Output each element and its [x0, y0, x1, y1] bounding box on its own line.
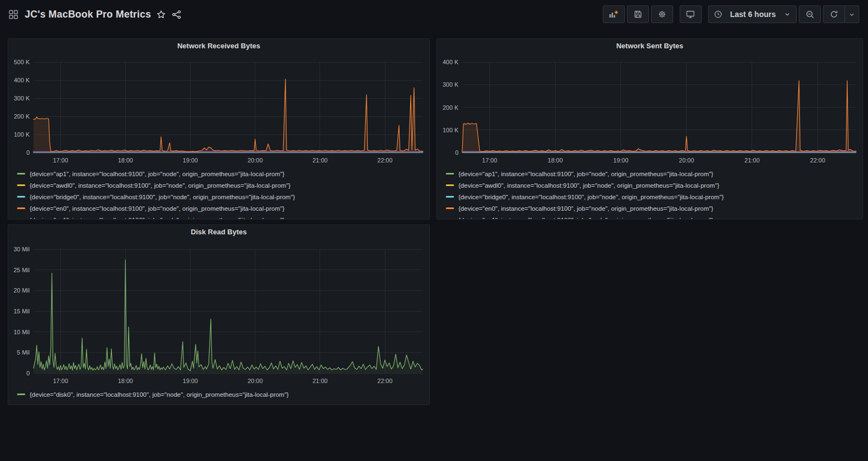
svg-text:200 K: 200 K	[443, 104, 458, 111]
svg-text:25 Mil: 25 Mil	[14, 267, 30, 273]
svg-text:0: 0	[26, 149, 30, 156]
legend-series-swatch-icon	[17, 393, 25, 395]
legend-series-swatch-icon	[446, 196, 454, 198]
refresh-interval-dropdown[interactable]	[845, 5, 859, 23]
svg-text:10 Mil: 10 Mil	[14, 329, 30, 335]
legend-series-swatch-icon	[446, 173, 454, 175]
save-icon	[634, 10, 642, 19]
legend-series-swatch-icon	[446, 184, 454, 186]
panel-network-received-bytes: Network Received Bytes 17:0018:0019:0020…	[8, 38, 430, 220]
svg-text:22:00: 22:00	[377, 378, 393, 384]
legend-series-label: {device="ap1", instance="localhost:9100"…	[30, 171, 284, 177]
panel-disk-read-bytes: Disk Read Bytes 17:0018:0019:0020:0021:0…	[8, 224, 430, 405]
legend-series-label: {device="ap1", instance="localhost:9100"…	[458, 171, 713, 177]
disk-read-chart[interactable]: 17:0018:0019:0020:0021:0022:0005 Mil10 M…	[8, 239, 429, 387]
legend-series-label: {device="awdl0", instance="localhost:910…	[30, 182, 290, 189]
svg-text:17:00: 17:00	[53, 157, 68, 164]
save-dashboard-button[interactable]	[627, 5, 649, 23]
svg-text:20:00: 20:00	[679, 157, 695, 164]
legend-series-swatch-icon	[17, 207, 25, 209]
legend-item[interactable]: {device="ap1", instance="localhost:9100"…	[446, 168, 857, 179]
svg-text:20 Mil: 20 Mil	[14, 287, 30, 294]
time-range-picker[interactable]: Last 6 hours	[708, 5, 797, 23]
zoom-out-time-button[interactable]	[799, 5, 821, 23]
svg-text:200 K: 200 K	[14, 113, 30, 120]
svg-text:300 K: 300 K	[443, 81, 458, 88]
svg-text:19:00: 19:00	[183, 378, 198, 384]
chevron-down-icon	[848, 11, 855, 18]
refresh-icon	[830, 10, 838, 19]
svg-text:17:00: 17:00	[482, 157, 497, 164]
time-range-label: Last 6 hours	[730, 10, 776, 19]
dashboard-toolbar: Last 6 hours	[603, 5, 859, 23]
legend-item[interactable]: {device="en1", instance="localhost:9100"…	[17, 214, 424, 219]
legend-item[interactable]: {device="en1", instance="localhost:9100"…	[446, 214, 857, 219]
panel-network-sent-bytes: Network Sent Bytes 17:0018:0019:0020:002…	[436, 38, 863, 220]
svg-text:20:00: 20:00	[248, 157, 263, 164]
dashboard-title: JC's MacBook Pro Metrics	[25, 9, 151, 20]
svg-text:0: 0	[26, 370, 30, 376]
panel-title[interactable]: Network Received Bytes	[8, 39, 429, 53]
legend-item[interactable]: {device="bridge0", instance="localhost:9…	[17, 191, 424, 203]
svg-text:30 Mil: 30 Mil	[14, 246, 30, 252]
svg-text:22:00: 22:00	[377, 157, 393, 164]
svg-text:21:00: 21:00	[744, 157, 760, 164]
share-icon[interactable]	[169, 7, 184, 22]
dashboard-settings-button[interactable]	[651, 5, 673, 23]
legend-item[interactable]: {device="awdl0", instance="localhost:910…	[17, 179, 424, 191]
network-sent-legend: {device="ap1", instance="localhost:9100"…	[437, 167, 863, 219]
refresh-dashboard-button[interactable]	[823, 5, 845, 23]
legend-series-swatch-icon	[17, 196, 25, 198]
network-sent-chart[interactable]: 17:0018:0019:0020:0021:0022:000100 K200 …	[437, 53, 863, 167]
legend-item[interactable]: {device="ap1", instance="localhost:9100"…	[17, 168, 424, 179]
svg-text:21:00: 21:00	[312, 378, 328, 384]
gear-icon	[658, 10, 667, 19]
svg-text:100 K: 100 K	[443, 127, 458, 133]
dashboard-header: JC's MacBook Pro Metrics	[0, 0, 868, 29]
svg-text:400 K: 400 K	[443, 59, 458, 65]
legend-series-swatch-icon	[17, 184, 25, 186]
zoom-out-icon	[805, 10, 815, 19]
legend-item[interactable]: {device="bridge0", instance="localhost:9…	[446, 191, 857, 203]
legend-series-label: {device="disk0", instance="localhost:910…	[30, 391, 289, 398]
legend-series-label: {device="bridge0", instance="localhost:9…	[458, 194, 724, 200]
star-icon[interactable]	[153, 7, 169, 22]
svg-text:18:00: 18:00	[118, 378, 133, 384]
disk-read-legend: {device="disk0", instance="localhost:910…	[8, 387, 429, 404]
svg-text:20:00: 20:00	[248, 378, 263, 384]
svg-text:21:00: 21:00	[312, 157, 328, 164]
svg-text:15 Mil: 15 Mil	[14, 308, 30, 314]
chevron-down-icon	[783, 10, 791, 18]
legend-series-label: {device="en0", instance="localhost:9100"…	[458, 205, 713, 212]
svg-text:18:00: 18:00	[118, 157, 133, 164]
svg-text:5 Mil: 5 Mil	[17, 349, 30, 356]
network-received-legend: {device="ap1", instance="localhost:9100"…	[8, 167, 429, 219]
legend-series-label: {device="en0", instance="localhost:9100"…	[30, 205, 284, 212]
svg-text:22:00: 22:00	[810, 157, 826, 164]
add-panel-icon	[609, 10, 618, 19]
legend-item[interactable]: {device="en0", instance="localhost:9100"…	[446, 203, 857, 214]
clock-icon	[714, 10, 723, 19]
legend-item[interactable]: {device="disk0", instance="localhost:910…	[17, 389, 424, 400]
svg-text:400 K: 400 K	[14, 77, 30, 83]
svg-text:300 K: 300 K	[14, 95, 30, 102]
network-received-chart[interactable]: 17:0018:0019:0020:0021:0022:000100 K200 …	[8, 53, 429, 167]
kiosk-mode-button[interactable]	[680, 5, 702, 23]
svg-text:19:00: 19:00	[613, 157, 629, 164]
svg-text:17:00: 17:00	[53, 378, 68, 384]
add-panel-button[interactable]	[603, 5, 625, 23]
legend-series-label: {device="en1", instance="localhost:9100"…	[458, 217, 713, 220]
apps-grid-icon[interactable]	[9, 10, 18, 19]
panel-title[interactable]: Network Sent Bytes	[437, 39, 863, 53]
panel-title[interactable]: Disk Read Bytes	[8, 225, 429, 239]
legend-series-label: {device="en1", instance="localhost:9100"…	[30, 217, 284, 220]
svg-text:100 K: 100 K	[14, 131, 30, 138]
legend-item[interactable]: {device="en0", instance="localhost:9100"…	[17, 203, 424, 214]
svg-text:19:00: 19:00	[183, 157, 198, 164]
svg-text:18:00: 18:00	[548, 157, 563, 164]
legend-series-swatch-icon	[446, 207, 454, 209]
legend-item[interactable]: {device="awdl0", instance="localhost:910…	[446, 179, 857, 191]
svg-text:0: 0	[455, 149, 458, 156]
legend-series-swatch-icon	[17, 173, 25, 175]
monitor-icon	[686, 10, 695, 19]
